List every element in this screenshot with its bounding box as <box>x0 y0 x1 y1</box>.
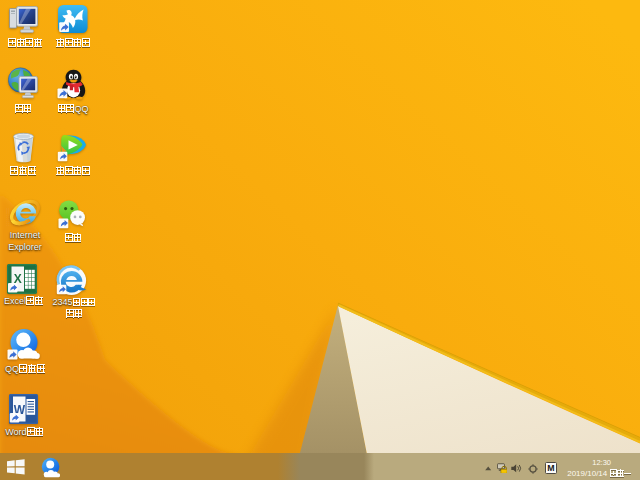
svg-text:M: M <box>547 463 554 473</box>
